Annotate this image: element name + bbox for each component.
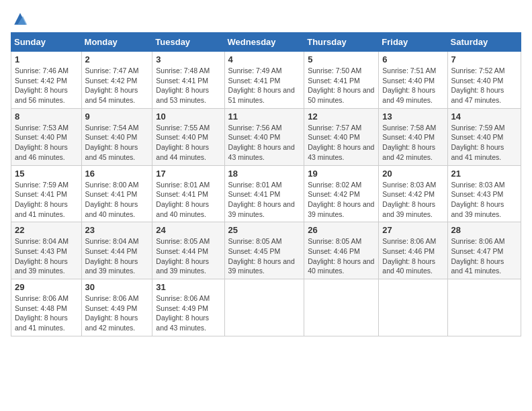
day-number: 27 [382,225,443,235]
weekday-header: Tuesday [152,33,224,52]
day-info: Sunrise: 7:59 AMSunset: 4:40 PMDaylight:… [451,124,505,161]
calendar-cell: 26 Sunrise: 8:05 AMSunset: 4:46 PMDaylig… [304,222,379,279]
day-info: Sunrise: 8:05 AMSunset: 4:46 PMDaylight:… [308,237,374,275]
day-number: 28 [451,225,517,235]
weekday-header: Sunday [11,33,82,52]
calendar-cell: 9 Sunrise: 7:54 AMSunset: 4:40 PMDayligh… [81,108,152,165]
day-number: 5 [308,54,375,64]
day-number: 6 [382,54,443,64]
weekday-header: Monday [81,33,152,52]
weekday-header: Wednesday [224,33,304,52]
calendar-cell: 24 Sunrise: 8:05 AMSunset: 4:44 PMDaylig… [152,222,224,279]
calendar-cell [447,279,521,336]
calendar-cell: 14 Sunrise: 7:59 AMSunset: 4:40 PMDaylig… [447,108,521,165]
day-number: 13 [382,111,443,122]
day-info: Sunrise: 7:47 AMSunset: 4:42 PMDaylight:… [85,66,139,104]
day-number: 20 [382,169,443,179]
calendar-cell: 16 Sunrise: 8:00 AMSunset: 4:41 PMDaylig… [81,165,152,222]
calendar-cell: 3 Sunrise: 7:48 AMSunset: 4:41 PMDayligh… [152,52,224,109]
day-info: Sunrise: 7:57 AMSunset: 4:40 PMDaylight:… [308,124,374,161]
calendar-cell: 30 Sunrise: 8:06 AMSunset: 4:49 PMDaylig… [81,279,152,336]
calendar-cell: 1 Sunrise: 7:46 AMSunset: 4:42 PMDayligh… [11,52,82,109]
day-info: Sunrise: 8:02 AMSunset: 4:42 PMDaylight:… [308,181,374,218]
day-info: Sunrise: 8:06 AMSunset: 4:48 PMDaylight:… [15,294,69,332]
day-info: Sunrise: 7:52 AMSunset: 4:40 PMDaylight:… [451,66,505,104]
logo [11,11,28,27]
calendar-cell: 7 Sunrise: 7:52 AMSunset: 4:40 PMDayligh… [447,52,521,109]
calendar-cell [304,279,379,336]
day-number: 23 [85,225,149,235]
day-number: 24 [156,225,220,235]
day-info: Sunrise: 7:54 AMSunset: 4:40 PMDaylight:… [85,124,139,161]
calendar-cell: 28 Sunrise: 8:06 AMSunset: 4:47 PMDaylig… [447,222,521,279]
day-info: Sunrise: 8:05 AMSunset: 4:44 PMDaylight:… [156,237,210,275]
day-info: Sunrise: 8:06 AMSunset: 4:49 PMDaylight:… [156,294,210,332]
calendar-cell: 19 Sunrise: 8:02 AMSunset: 4:42 PMDaylig… [304,165,379,222]
day-info: Sunrise: 7:49 AMSunset: 4:41 PMDaylight:… [228,66,295,104]
day-number: 29 [15,282,78,292]
day-info: Sunrise: 8:06 AMSunset: 4:47 PMDaylight:… [451,237,505,275]
calendar-cell [224,279,304,336]
calendar-cell: 13 Sunrise: 7:58 AMSunset: 4:40 PMDaylig… [379,108,447,165]
calendar-cell: 10 Sunrise: 7:55 AMSunset: 4:40 PMDaylig… [152,108,224,165]
day-info: Sunrise: 8:00 AMSunset: 4:41 PMDaylight:… [85,181,139,218]
day-number: 4 [228,54,301,64]
day-info: Sunrise: 7:50 AMSunset: 4:41 PMDaylight:… [308,66,374,104]
day-number: 11 [228,111,301,122]
calendar-cell: 18 Sunrise: 8:01 AMSunset: 4:41 PMDaylig… [224,165,304,222]
day-number: 26 [308,225,375,235]
calendar-table: SundayMondayTuesdayWednesdayThursdayFrid… [11,32,521,336]
day-info: Sunrise: 7:58 AMSunset: 4:40 PMDaylight:… [382,124,436,161]
day-number: 7 [451,54,517,64]
calendar-cell: 22 Sunrise: 8:04 AMSunset: 4:43 PMDaylig… [11,222,82,279]
day-info: Sunrise: 7:59 AMSunset: 4:41 PMDaylight:… [15,181,69,218]
calendar-cell: 15 Sunrise: 7:59 AMSunset: 4:41 PMDaylig… [11,165,82,222]
day-info: Sunrise: 8:01 AMSunset: 4:41 PMDaylight:… [228,181,295,218]
calendar-cell: 25 Sunrise: 8:05 AMSunset: 4:45 PMDaylig… [224,222,304,279]
day-info: Sunrise: 8:03 AMSunset: 4:42 PMDaylight:… [382,181,436,218]
calendar-cell: 17 Sunrise: 8:01 AMSunset: 4:41 PMDaylig… [152,165,224,222]
day-info: Sunrise: 7:56 AMSunset: 4:40 PMDaylight:… [228,124,295,161]
calendar-cell: 5 Sunrise: 7:50 AMSunset: 4:41 PMDayligh… [304,52,379,109]
day-info: Sunrise: 8:05 AMSunset: 4:45 PMDaylight:… [228,237,295,275]
day-number: 8 [15,111,78,122]
day-info: Sunrise: 8:04 AMSunset: 4:43 PMDaylight:… [15,237,69,275]
calendar-week-row: 15 Sunrise: 7:59 AMSunset: 4:41 PMDaylig… [11,165,521,222]
calendar-cell: 8 Sunrise: 7:53 AMSunset: 4:40 PMDayligh… [11,108,82,165]
day-number: 31 [156,282,220,292]
day-info: Sunrise: 8:04 AMSunset: 4:44 PMDaylight:… [85,237,139,275]
calendar-cell: 12 Sunrise: 7:57 AMSunset: 4:40 PMDaylig… [304,108,379,165]
calendar-week-row: 8 Sunrise: 7:53 AMSunset: 4:40 PMDayligh… [11,108,521,165]
day-number: 3 [156,54,220,64]
day-number: 2 [85,54,149,64]
day-number: 16 [85,169,149,179]
logo-icon [12,11,28,27]
day-number: 30 [85,282,149,292]
calendar-cell: 21 Sunrise: 8:03 AMSunset: 4:43 PMDaylig… [447,165,521,222]
day-info: Sunrise: 7:51 AMSunset: 4:40 PMDaylight:… [382,66,436,104]
weekday-header: Thursday [304,33,379,52]
calendar-cell: 27 Sunrise: 8:06 AMSunset: 4:46 PMDaylig… [379,222,447,279]
calendar-cell: 23 Sunrise: 8:04 AMSunset: 4:44 PMDaylig… [81,222,152,279]
weekday-header: Saturday [447,33,521,52]
calendar-week-row: 29 Sunrise: 8:06 AMSunset: 4:48 PMDaylig… [11,279,521,336]
day-info: Sunrise: 7:55 AMSunset: 4:40 PMDaylight:… [156,124,210,161]
day-info: Sunrise: 8:06 AMSunset: 4:49 PMDaylight:… [85,294,139,332]
day-number: 19 [308,169,375,179]
weekday-header: Friday [379,33,447,52]
calendar-week-row: 1 Sunrise: 7:46 AMSunset: 4:42 PMDayligh… [11,52,521,109]
page-header [11,11,521,27]
day-info: Sunrise: 7:53 AMSunset: 4:40 PMDaylight:… [15,124,69,161]
day-info: Sunrise: 7:46 AMSunset: 4:42 PMDaylight:… [15,66,69,104]
day-number: 21 [451,169,517,179]
day-number: 10 [156,111,220,122]
calendar-cell: 20 Sunrise: 8:03 AMSunset: 4:42 PMDaylig… [379,165,447,222]
day-info: Sunrise: 8:03 AMSunset: 4:43 PMDaylight:… [451,181,505,218]
calendar-cell: 2 Sunrise: 7:47 AMSunset: 4:42 PMDayligh… [81,52,152,109]
day-number: 15 [15,169,78,179]
day-number: 17 [156,169,220,179]
day-number: 9 [85,111,149,122]
calendar-week-row: 22 Sunrise: 8:04 AMSunset: 4:43 PMDaylig… [11,222,521,279]
day-number: 1 [15,54,78,64]
day-number: 12 [308,111,375,122]
